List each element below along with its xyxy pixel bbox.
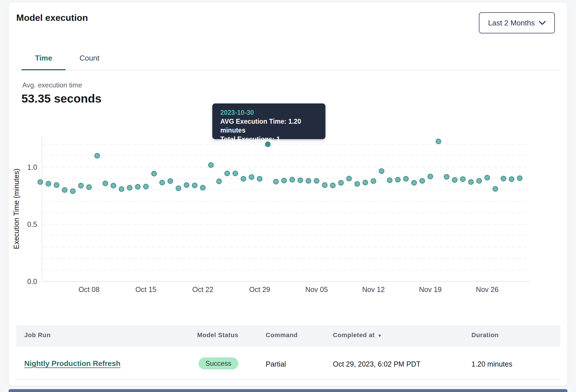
chart-dot[interactable] bbox=[249, 175, 254, 179]
chart-dot[interactable] bbox=[436, 139, 441, 144]
chart-dot[interactable] bbox=[200, 185, 205, 190]
chart-dot[interactable] bbox=[273, 179, 278, 184]
chart-dot[interactable] bbox=[127, 185, 132, 190]
avg-execution-time-value: 53.35 seconds bbox=[21, 92, 101, 105]
page-title: Model execution bbox=[16, 13, 88, 23]
date-range-dropdown[interactable]: Last 2 Months bbox=[479, 12, 555, 33]
chart-dot[interactable] bbox=[485, 175, 490, 180]
tabs-divider bbox=[16, 70, 561, 70]
chart-dot[interactable] bbox=[135, 184, 140, 189]
chart-dot[interactable] bbox=[517, 176, 522, 181]
x-tick-label: Nov 05 bbox=[305, 285, 328, 293]
x-tick-label: Nov 12 bbox=[362, 285, 385, 293]
tab-count[interactable]: Count bbox=[69, 54, 109, 63]
chart-dot[interactable] bbox=[314, 179, 319, 183]
column-header-completed-at[interactable]: Completed at ▼ bbox=[333, 331, 382, 339]
chart-dot[interactable] bbox=[160, 180, 165, 185]
column-header-command: Command bbox=[266, 331, 298, 339]
chart-dot[interactable] bbox=[330, 183, 335, 188]
chart-dot[interactable] bbox=[217, 179, 221, 184]
chart-dot[interactable] bbox=[347, 176, 351, 181]
chart-dot[interactable] bbox=[460, 177, 465, 182]
chart-dot[interactable] bbox=[257, 176, 262, 181]
chart-dot[interactable] bbox=[387, 178, 392, 183]
chevron-down-icon bbox=[539, 21, 546, 25]
date-range-label: Last 2 Months bbox=[488, 19, 535, 27]
chart-dot[interactable] bbox=[209, 163, 213, 167]
chart-dot[interactable] bbox=[452, 177, 457, 182]
chart-dot[interactable] bbox=[103, 181, 108, 186]
column-header-job-run: Job Run bbox=[24, 331, 51, 339]
chart-dot[interactable] bbox=[379, 169, 384, 174]
chart-dot[interactable] bbox=[493, 187, 498, 191]
x-tick-label: Oct 15 bbox=[135, 285, 157, 293]
chart-dot[interactable] bbox=[192, 183, 197, 188]
chart-dot[interactable] bbox=[225, 171, 230, 176]
avg-execution-time-label: Avg. execution time bbox=[22, 81, 82, 89]
chart-dot[interactable] bbox=[54, 183, 59, 187]
sort-desc-icon[interactable]: ▼ bbox=[378, 333, 382, 338]
table-row-divider bbox=[16, 379, 561, 380]
column-header-model-status: Model Status bbox=[197, 331, 238, 339]
x-tick-label: Oct 22 bbox=[192, 285, 213, 293]
chart-dot[interactable] bbox=[428, 174, 433, 179]
chart-dot[interactable] bbox=[62, 188, 67, 193]
chart-dot[interactable] bbox=[444, 175, 449, 179]
active-tab-underline bbox=[21, 69, 66, 70]
tooltip-avg-execution-time: AVG Execution Time: 1.20 minutes bbox=[220, 117, 325, 135]
chart-dot[interactable] bbox=[298, 178, 303, 183]
model-execution-card: Model execution Last 2 Months Time Count… bbox=[9, 2, 567, 386]
duration-cell: 1.20 minutes bbox=[471, 360, 512, 368]
completed-at-cell: Oct 29, 2023, 6:02 PM PDT bbox=[333, 360, 421, 368]
chart-dot[interactable] bbox=[363, 180, 368, 185]
chart-dot[interactable] bbox=[282, 178, 287, 183]
chart-dot[interactable] bbox=[70, 189, 75, 194]
chart-dot[interactable] bbox=[501, 176, 506, 181]
y-tick-label: 1.0 bbox=[27, 163, 37, 171]
chart-dot[interactable] bbox=[46, 181, 51, 186]
y-axis-title: Execution Time (minutes) bbox=[12, 169, 20, 249]
chart-dot[interactable] bbox=[143, 184, 148, 189]
chart-dot[interactable] bbox=[184, 183, 189, 187]
chart-dot[interactable] bbox=[290, 177, 295, 182]
chart-dot[interactable] bbox=[152, 171, 157, 176]
chart-dot[interactable] bbox=[168, 179, 173, 183]
chart-dot[interactable] bbox=[469, 180, 473, 185]
bottom-bar bbox=[9, 389, 567, 392]
chart-dot[interactable] bbox=[509, 177, 514, 182]
x-tick-label: Oct 29 bbox=[249, 285, 270, 293]
chart-dot[interactable] bbox=[38, 180, 43, 185]
chart-tooltip: 2023-10-30 AVG Execution Time: 1.20 minu… bbox=[212, 103, 325, 139]
chart-dot[interactable] bbox=[111, 183, 116, 188]
tooltip-total-executions: Total Executions: 1 bbox=[220, 135, 325, 144]
chart-dot[interactable] bbox=[87, 185, 91, 190]
chart-dot[interactable] bbox=[339, 180, 343, 185]
chart-dot[interactable] bbox=[412, 180, 417, 185]
chart-dot[interactable] bbox=[420, 179, 425, 183]
chart-dot[interactable] bbox=[395, 177, 400, 182]
chart-dot[interactable] bbox=[371, 179, 376, 183]
tab-time[interactable]: Time bbox=[21, 54, 66, 63]
y-tick-label: 0.0 bbox=[27, 277, 37, 285]
x-tick-label: Nov 19 bbox=[419, 285, 441, 293]
chart-dot[interactable] bbox=[95, 153, 100, 158]
column-header-duration: Duration bbox=[471, 331, 499, 339]
status-badge: Success bbox=[199, 357, 238, 369]
chart-dot[interactable] bbox=[355, 181, 360, 186]
chart-dot[interactable] bbox=[322, 183, 327, 187]
chart-dot[interactable] bbox=[119, 187, 124, 191]
chart-dot[interactable] bbox=[403, 176, 408, 181]
chart-dot[interactable] bbox=[233, 171, 238, 176]
tooltip-date: 2023-10-30 bbox=[220, 108, 325, 117]
command-cell: Partial bbox=[266, 360, 286, 368]
chart-dot[interactable] bbox=[241, 176, 246, 181]
chart-dot[interactable] bbox=[79, 183, 83, 188]
chart-dot[interactable] bbox=[477, 179, 481, 183]
y-tick-label: 0.5 bbox=[27, 220, 37, 228]
x-tick-label: Oct 08 bbox=[79, 285, 100, 293]
chart-dot[interactable] bbox=[306, 179, 311, 183]
x-tick-label: Nov 26 bbox=[476, 285, 499, 293]
chart-dot[interactable] bbox=[176, 186, 181, 191]
job-run-link[interactable]: Nightly Production Refresh bbox=[24, 359, 121, 368]
